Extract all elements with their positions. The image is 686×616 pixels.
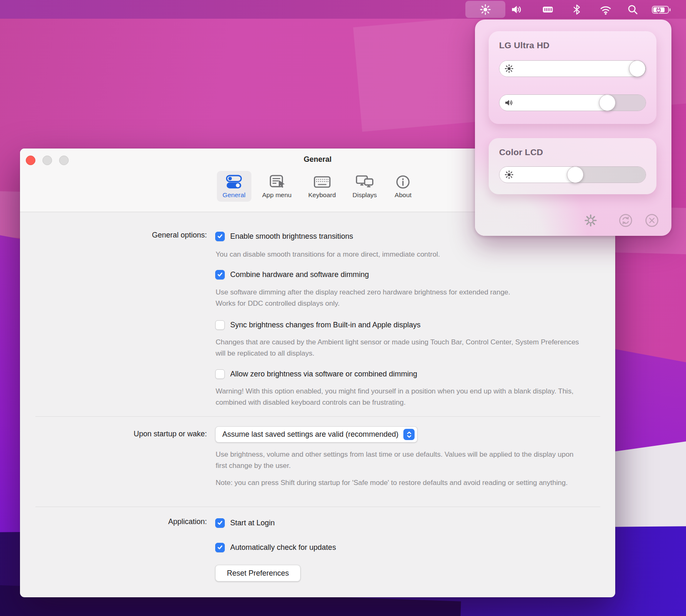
- checkbox-label: Start at Login: [230, 519, 275, 527]
- checkbox-row-start-at-login: Start at Login: [215, 517, 275, 529]
- sync-brightness-checkbox[interactable]: [215, 320, 225, 330]
- desktop: General General: [0, 0, 686, 616]
- tab-label: Displays: [353, 191, 377, 199]
- popover-refresh-button[interactable]: [618, 213, 634, 228]
- description-text: Warning! With this option enabled, you m…: [216, 386, 588, 408]
- brightness-icon: [504, 170, 514, 180]
- volume-icon: [504, 98, 514, 108]
- wifi-menu-icon[interactable]: [599, 3, 612, 16]
- application-label: Application:: [35, 517, 207, 526]
- bluetooth-menu-icon[interactable]: [571, 3, 583, 16]
- startup-behavior-dropdown[interactable]: Assume last saved settings are valid (re…: [215, 426, 418, 443]
- checkbox-row-sync-brightness: Sync brightness changes from Built-in an…: [215, 319, 420, 331]
- toggles-icon: [224, 174, 244, 190]
- checkbox-label: Enable smooth brightness transitions: [230, 232, 353, 241]
- lcd-brightness-slider[interactable]: [499, 166, 646, 183]
- description-text: Use brightness, volume and other setting…: [216, 449, 582, 471]
- description-text: You can disable smooth transitions for a…: [216, 249, 440, 260]
- battery-menu-icon[interactable]: [651, 3, 671, 16]
- tab-label: Keyboard: [308, 191, 336, 199]
- slider-thumb[interactable]: [629, 60, 646, 77]
- search-menu-icon[interactable]: [626, 3, 639, 16]
- menu-bar: [0, 0, 686, 19]
- slider-thumb[interactable]: [567, 166, 584, 183]
- brightness-icon: [504, 64, 514, 74]
- reset-preferences-button[interactable]: Reset Preferences: [215, 565, 301, 581]
- display-card-color-lcd: Color LCD: [489, 138, 656, 194]
- section-divider: [35, 507, 600, 507]
- displays-icon: [355, 174, 374, 190]
- tab-label: About: [395, 191, 412, 199]
- startup-label: Upon startup or wake:: [35, 430, 207, 438]
- popover-settings-button[interactable]: [583, 213, 599, 228]
- app-menu-icon: [267, 174, 286, 190]
- checkbox-label: Sync brightness changes from Built-in an…: [230, 321, 420, 329]
- combine-dimming-checkbox[interactable]: [215, 270, 225, 280]
- keyboard-brightness-menu-icon[interactable]: [542, 3, 554, 16]
- checkbox-label: Automatically check for updates: [230, 543, 336, 552]
- allow-zero-brightness-checkbox[interactable]: [215, 369, 225, 379]
- lg-brightness-slider[interactable]: [499, 60, 646, 77]
- checkbox-row-smooth-transitions: Enable smooth brightness transitions: [215, 230, 353, 242]
- display-name: LG Ultra HD: [499, 40, 549, 50]
- display-card-lg-ultra-hd: LG Ultra HD: [489, 31, 656, 124]
- checkbox-label: Allow zero brightness via software or co…: [230, 370, 417, 379]
- slider-fill: [500, 95, 614, 111]
- popover-close-button[interactable]: [644, 213, 660, 228]
- brightness-menu-icon[interactable]: [479, 3, 492, 16]
- section-divider: [35, 416, 600, 417]
- tab-label: App menu: [262, 191, 292, 199]
- tab-displays[interactable]: Displays: [347, 171, 383, 202]
- checkbox-label: Combine hardware and software dimming: [230, 270, 369, 279]
- checkbox-row-combine-dimming: Combine hardware and software dimming: [215, 269, 369, 280]
- checkbox-row-auto-updates: Automatically check for updates: [215, 542, 336, 553]
- smooth-transitions-checkbox[interactable]: [215, 232, 225, 241]
- slider-fill: [500, 61, 644, 77]
- tab-about[interactable]: About: [388, 171, 418, 202]
- keyboard-icon: [313, 174, 332, 190]
- display-control-popover: LG Ultra HD: [475, 20, 671, 236]
- tab-general[interactable]: General: [217, 171, 251, 202]
- description-text: Changes that are caused by the Ambient l…: [216, 336, 584, 359]
- tab-label: General: [223, 191, 246, 199]
- auto-updates-checkbox[interactable]: [215, 543, 225, 552]
- note-text: Note: you can press Shift during startup…: [216, 477, 568, 488]
- volume-menu-icon[interactable]: [510, 3, 523, 16]
- lg-volume-slider[interactable]: [499, 94, 646, 111]
- start-at-login-checkbox[interactable]: [215, 518, 225, 528]
- info-icon: [393, 174, 413, 190]
- tab-keyboard[interactable]: Keyboard: [302, 171, 341, 202]
- general-options-label: General options:: [35, 231, 207, 240]
- description-text: Use software dimming after the display r…: [216, 287, 526, 309]
- display-name: Color LCD: [499, 147, 543, 157]
- checkbox-row-allow-zero-brightness: Allow zero brightness via software or co…: [215, 368, 417, 380]
- tab-app-menu[interactable]: App menu: [256, 171, 298, 202]
- dropdown-chevrons-icon: [403, 429, 415, 440]
- dropdown-selected-value: Assume last saved settings are valid (re…: [222, 430, 398, 439]
